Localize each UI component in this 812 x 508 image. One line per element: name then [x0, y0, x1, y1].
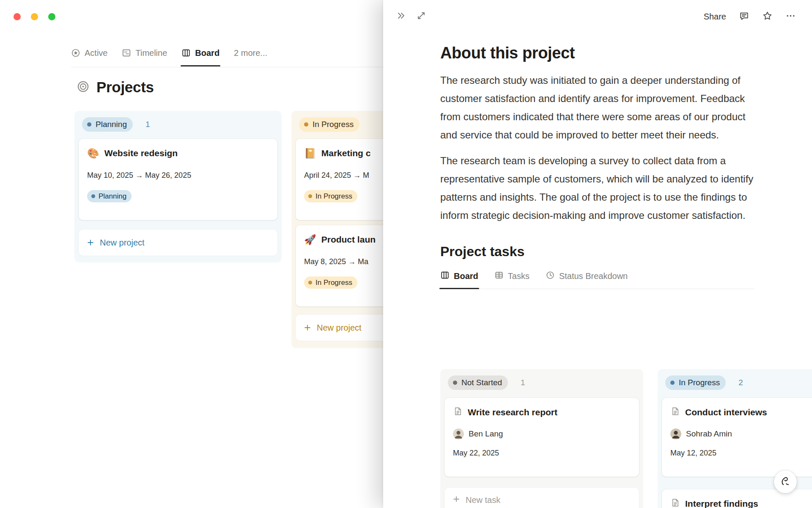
card-date-range: May 10, 2025 → May 26, 2025 [87, 171, 269, 180]
view-tab-board[interactable]: Board [181, 47, 219, 59]
database-view-tabs: Active Timeline Board 2 more... [71, 47, 267, 59]
status-label: Planning [99, 192, 126, 201]
view-tab-active[interactable]: Active [71, 47, 107, 59]
star-circle-icon [71, 48, 80, 58]
status-pill-planning[interactable]: Planning [82, 117, 133, 132]
ai-scribble-icon [779, 475, 791, 489]
status-pill-in-progress[interactable]: In Progress [299, 117, 359, 132]
task-title: Interpret findings [685, 499, 758, 508]
target-icon [77, 80, 90, 95]
star-icon [762, 11, 773, 23]
status-dot [670, 381, 675, 385]
task-title: Conduct interviews [685, 407, 767, 417]
comments-button[interactable] [739, 11, 749, 23]
task-card-write-research-report[interactable]: Write research report Ben Lang May 22, 2… [444, 398, 639, 477]
share-button[interactable]: Share [704, 12, 726, 22]
view-tab-timeline[interactable]: Timeline [122, 47, 167, 59]
status-label: Planning [96, 120, 127, 129]
minimize-window-button[interactable] [31, 13, 38, 20]
page-title-row: Projects [77, 79, 154, 96]
page-icon [453, 406, 463, 418]
page-icon [670, 498, 680, 508]
new-task-button[interactable]: New task [444, 488, 639, 508]
status-pill-in-progress[interactable]: In Progress [665, 375, 726, 390]
status-label: In Progress [315, 192, 352, 201]
board-column-planning: Planning 1 🎨 Website redesign May 10, 20… [74, 111, 282, 262]
task-tab-label: Status Breakdown [559, 271, 628, 281]
expand-diagonal-icon [416, 11, 426, 22]
about-paragraph-1: The research study was initiated to gain… [440, 71, 754, 144]
task-tab-tasks[interactable]: Tasks [494, 271, 529, 289]
task-tab-board[interactable]: Board [440, 271, 478, 289]
status-dot [308, 194, 312, 198]
expand-page-button[interactable] [416, 11, 426, 22]
board-icon [440, 271, 450, 282]
column-header: In Progress 2 [662, 375, 812, 390]
page-icon [670, 406, 680, 418]
status-label: In Progress [313, 120, 354, 129]
new-project-label: New project [100, 238, 145, 248]
status-label: In Progress [679, 378, 720, 387]
task-tab-label: Tasks [508, 271, 529, 281]
status-dot [308, 281, 312, 284]
avatar-sohrab-amin [670, 428, 681, 439]
comment-bubble-icon [739, 11, 749, 23]
view-tab-label: Active [85, 48, 107, 58]
column-count: 2 [738, 378, 743, 387]
project-card-website-redesign[interactable]: 🎨 Website redesign May 10, 2025 → May 26… [79, 139, 277, 220]
status-dot [304, 122, 308, 127]
clock-icon [546, 271, 555, 282]
view-tab-label: 2 more... [234, 48, 267, 58]
board-icon [181, 48, 191, 58]
task-card-conduct-interviews[interactable]: Conduct interviews Sohrab Amin May 12, 2… [662, 398, 812, 477]
ai-assistant-button[interactable] [774, 470, 797, 493]
window-controls [14, 13, 55, 20]
tabs-divider [71, 67, 384, 67]
column-header: Planning 1 [79, 117, 277, 132]
view-tab-label: Board [195, 48, 219, 58]
zoom-window-button[interactable] [48, 13, 55, 20]
close-window-button[interactable] [14, 13, 21, 20]
status-dot [453, 381, 457, 385]
task-tab-label: Board [454, 271, 478, 281]
task-tab-status-breakdown[interactable]: Status Breakdown [546, 271, 628, 289]
status-pill-not-started[interactable]: Not Started [448, 375, 508, 390]
panel-content: About this project The research study wa… [440, 33, 754, 289]
task-tabs-divider [440, 289, 754, 289]
notion-app-window: Active Timeline Board 2 more... Projects [0, 0, 812, 508]
palette-emoji-icon: 🎨 [87, 149, 99, 158]
task-column-not-started: Not Started 1 Write research report Ben … [440, 369, 643, 508]
status-label: Not Started [461, 378, 502, 387]
panel-toolbar: Share [383, 0, 812, 33]
card-title: Product laun [321, 235, 376, 245]
table-icon [494, 271, 504, 282]
more-options-button[interactable] [785, 11, 796, 23]
new-project-label: New project [317, 323, 362, 333]
about-paragraph-2: The research team is developing a survey… [440, 152, 754, 224]
task-due-date: May 22, 2025 [453, 449, 631, 458]
double-chevron-right-icon [396, 11, 406, 22]
assignee-name: Ben Lang [469, 429, 503, 439]
about-heading: About this project [440, 43, 754, 64]
task-view-tabs: Board Tasks Status Breakdown [440, 271, 754, 289]
status-dot [91, 194, 95, 198]
rocket-emoji-icon: 🚀 [304, 235, 316, 245]
plus-icon [452, 495, 461, 505]
view-tab-more[interactable]: 2 more... [234, 47, 267, 59]
card-status-tag: In Progress [304, 190, 357, 202]
task-title: Write research report [468, 407, 557, 417]
card-status-tag: Planning [87, 190, 132, 202]
new-project-button[interactable]: New project [79, 229, 277, 256]
card-title: Website redesign [104, 148, 178, 158]
card-title: Marketing c [321, 148, 371, 158]
notebook-emoji-icon: 📔 [304, 149, 316, 158]
close-peek-button[interactable] [396, 11, 406, 22]
plus-icon [303, 323, 312, 332]
favorite-button[interactable] [762, 11, 773, 23]
task-due-date: May 12, 2025 [670, 449, 812, 458]
project-tasks-heading: Project tasks [440, 244, 754, 260]
status-label: In Progress [315, 279, 352, 287]
side-peek-panel: Share About this [383, 0, 812, 508]
view-tab-label: Timeline [135, 48, 167, 58]
avatar-ben-lang [453, 428, 464, 439]
